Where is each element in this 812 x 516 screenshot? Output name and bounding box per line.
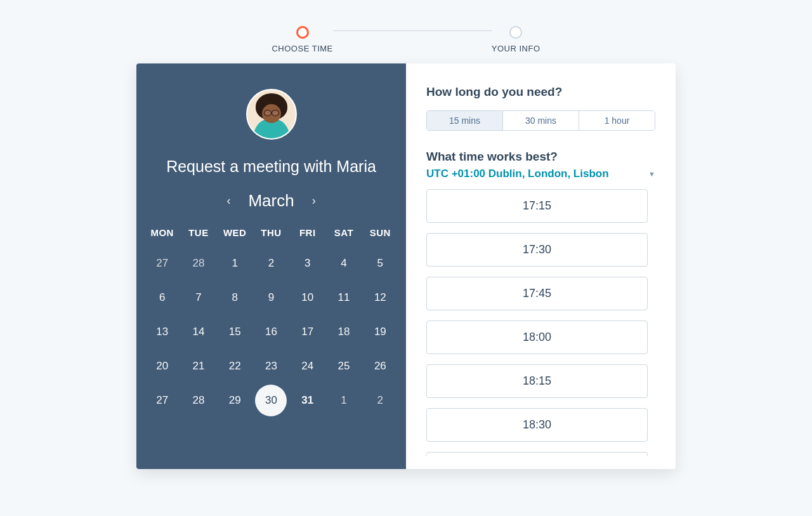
calendar-day[interactable]: 1 — [217, 255, 253, 272]
weekday-header: FRI — [289, 227, 325, 238]
calendar-day[interactable]: 17 — [289, 323, 325, 341]
duration-question: How long do you need? — [426, 85, 655, 99]
duration-option[interactable]: 15 mins — [427, 111, 502, 130]
calendar-day[interactable]: 27 — [144, 392, 180, 409]
time-slot[interactable]: 17:15 — [426, 189, 648, 223]
calendar-day[interactable]: 28 — [180, 255, 216, 272]
weekday-header: SUN — [362, 227, 398, 238]
calendar-day[interactable]: 10 — [289, 289, 325, 307]
calendar-day[interactable]: 13 — [144, 323, 180, 341]
current-month: March — [248, 191, 294, 211]
calendar-day[interactable]: 25 — [325, 357, 362, 375]
month-switcher: ‹ March › — [226, 191, 315, 211]
calendar-day[interactable]: 4 — [325, 255, 362, 272]
timezone-label: UTC +01:00 Dublin, London, Lisbon — [426, 168, 609, 180]
step-circle-icon — [509, 26, 522, 39]
calendar-day[interactable]: 31 — [289, 392, 325, 409]
calendar-day[interactable]: 5 — [362, 255, 398, 272]
weekday-header: SAT — [325, 227, 362, 238]
calendar-day[interactable]: 28 — [180, 392, 216, 409]
calendar-day[interactable]: 30 — [253, 392, 289, 409]
duration-option[interactable]: 1 hour — [579, 111, 655, 130]
prev-month-button[interactable]: ‹ — [226, 194, 230, 208]
step-circle-icon — [296, 26, 309, 39]
weekday-header: MON — [144, 227, 180, 238]
calendar-day[interactable]: 26 — [362, 357, 398, 375]
chevron-down-icon: ▼ — [648, 170, 655, 178]
calendar-day[interactable]: 27 — [144, 255, 180, 272]
weekday-header: THU — [253, 227, 289, 238]
step-label: CHOOSE TIME — [272, 44, 332, 53]
time-slots[interactable]: 17:1517:3017:4518:0018:1518:3018:45 — [426, 189, 655, 456]
calendar-day[interactable]: 12 — [362, 289, 398, 307]
time-slot[interactable]: 18:30 — [426, 408, 648, 442]
calendar-day[interactable]: 24 — [289, 357, 325, 375]
time-pane: How long do you need? 15 mins30 mins1 ho… — [406, 63, 676, 469]
step-connector — [333, 30, 492, 31]
calendar-grid: MONTUEWEDTHUFRISATSUN2728123456789101112… — [144, 227, 398, 409]
time-slot[interactable]: 17:45 — [426, 277, 648, 310]
duration-option[interactable]: 30 mins — [502, 111, 579, 130]
calendar-day[interactable]: 8 — [217, 289, 253, 307]
calendar-day[interactable]: 9 — [253, 289, 289, 307]
calendar-day[interactable]: 16 — [253, 323, 289, 341]
scheduler-panel: Request a meeting with Maria ‹ March › M… — [136, 63, 676, 469]
calendar-day[interactable]: 3 — [289, 255, 325, 272]
calendar-day[interactable]: 20 — [144, 357, 180, 375]
calendar-day[interactable]: 6 — [144, 289, 180, 307]
calendar-day[interactable]: 19 — [362, 323, 398, 341]
calendar-day[interactable]: 14 — [180, 323, 216, 341]
time-slot[interactable]: 18:00 — [426, 321, 648, 354]
weekday-header: TUE — [180, 227, 216, 238]
next-month-button[interactable]: › — [312, 194, 316, 208]
stepper: CHOOSE TIME YOUR INFO — [0, 0, 812, 57]
calendar-day[interactable]: 7 — [180, 289, 216, 307]
weekday-header: WED — [217, 227, 253, 238]
calendar-day[interactable]: 2 — [253, 255, 289, 272]
calendar-day[interactable]: 1 — [325, 392, 362, 409]
step-label: YOUR INFO — [492, 44, 540, 53]
calendar-day[interactable]: 21 — [180, 357, 216, 375]
duration-options: 15 mins30 mins1 hour — [426, 110, 655, 131]
avatar — [246, 89, 297, 140]
time-question: What time works best? — [426, 150, 655, 164]
step-your-info[interactable]: YOUR INFO — [492, 26, 540, 53]
calendar-day[interactable]: 22 — [217, 357, 253, 375]
step-choose-time[interactable]: CHOOSE TIME — [272, 26, 332, 53]
time-slot[interactable]: 18:45 — [426, 452, 648, 456]
page-title: Request a meeting with Maria — [166, 157, 376, 176]
calendar-day[interactable]: 2 — [362, 392, 398, 409]
calendar-day[interactable]: 23 — [253, 357, 289, 375]
calendar-pane: Request a meeting with Maria ‹ March › M… — [136, 63, 406, 469]
calendar-day[interactable]: 29 — [217, 392, 253, 409]
calendar-day[interactable]: 11 — [325, 289, 362, 307]
timezone-dropdown[interactable]: UTC +01:00 Dublin, London, Lisbon ▼ — [426, 168, 655, 180]
time-slot[interactable]: 17:30 — [426, 233, 648, 267]
calendar-day[interactable]: 15 — [217, 323, 253, 341]
calendar-day[interactable]: 18 — [325, 323, 362, 341]
time-slot[interactable]: 18:15 — [426, 364, 648, 398]
